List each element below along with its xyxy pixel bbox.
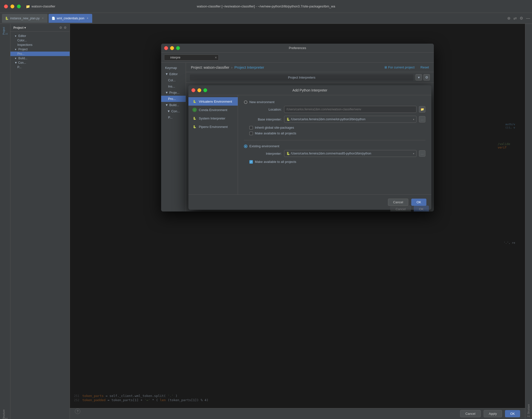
inherit-global-row[interactable]: Inherit global site-packages [249, 126, 425, 129]
tree-item-build[interactable]: ▼Build... [10, 56, 70, 60]
bottom-bar: ? Cancel Apply OK [70, 408, 525, 419]
type-conda[interactable]: ○ Conda Environment [188, 106, 238, 114]
globe-icon[interactable]: ⊕ [507, 16, 510, 21]
pref-sidebar-color[interactable]: Col... [161, 77, 186, 83]
location-input[interactable] [284, 106, 416, 113]
location-browse-btn[interactable]: 📁 [419, 106, 425, 113]
type-pipenv[interactable]: 🐍 Pipenv Environment [188, 122, 238, 131]
help-button[interactable]: ? [75, 409, 80, 414]
add-interp-container: Add Python Interpreter 🐍 [186, 83, 434, 211]
tree-item-editor[interactable]: ▼Editor [10, 34, 70, 38]
interpreter-settings-btn[interactable]: ⚙ [423, 74, 430, 81]
interpreter-dropdown-btn[interactable]: ▾ [415, 74, 422, 81]
radio-existing-env[interactable]: Existing environment [244, 144, 425, 148]
tree-item-proj-interpreter[interactable]: Pro... [10, 52, 70, 56]
editor-area: 251 token_parts = self._client.wml_token… [70, 24, 525, 419]
interpreter-dropdown[interactable]: 🐍 /Users/carlos.ferreira1ibm.com/ve/mas8… [284, 150, 416, 157]
search-clear-icon[interactable]: ✕ [215, 56, 217, 59]
location-row: Location: 📁 [249, 106, 425, 113]
add-interp-maximize[interactable] [203, 88, 207, 92]
interpreter-row-label: Interpreter: [249, 152, 282, 155]
traffic-lights [4, 4, 21, 8]
pref-maximize[interactable] [176, 46, 180, 50]
close-button[interactable] [4, 4, 8, 8]
pref-traffic-lights [164, 46, 180, 50]
make-available-row[interactable]: ✓ Make available to all projects [249, 160, 425, 164]
apply-btn[interactable]: Apply [484, 410, 502, 417]
tab-wml-credentials[interactable]: 📄 wml_credentials.json × [49, 14, 92, 23]
tree-item-project[interactable]: ▼Project [10, 47, 70, 52]
add-interp-titlebar: Add Python Interpreter [188, 85, 431, 95]
minus-icon[interactable]: — [526, 16, 530, 21]
interpreter-dropdown-arrow: ▾ [413, 152, 414, 155]
cancel-btn[interactable]: Cancel [460, 410, 480, 417]
section-divider [244, 140, 425, 140]
ok-btn[interactable]: OK [505, 410, 520, 417]
interpreter-browse-btn[interactable]: … [419, 150, 425, 157]
make-available-new-checkbox[interactable] [249, 132, 253, 135]
tree-item-p[interactable]: P... [10, 65, 70, 69]
pref-sidebar-con[interactable]: ▼Con... [161, 108, 186, 114]
add-interp-close[interactable] [191, 88, 195, 92]
pref-sidebar-project-group[interactable]: ▼Proje... [161, 90, 186, 96]
preferences-dialog: Preferences 🔍 ✕ Keymap [161, 44, 434, 211]
left-sidebar: 1: Project Z: Structure [0, 24, 10, 419]
make-available-checkbox[interactable]: ✓ [249, 160, 253, 164]
reset-button[interactable]: Reset [420, 65, 429, 69]
base-interp-browse-btn[interactable]: … [419, 116, 425, 122]
add-interp-body: 🐍 Virtualenv Environment ○ Conda Environ… [188, 95, 431, 194]
monitor-icon: 🖥 [384, 65, 387, 69]
pref-sidebar-build[interactable]: ▼Build... [161, 102, 186, 108]
minimize-button[interactable] [10, 4, 14, 8]
tab-close-icon[interactable]: × [41, 17, 45, 20]
gear-icon[interactable]: ⚙ [520, 16, 523, 21]
interp-config: New environment Location: 📁 [238, 95, 431, 194]
conda-icon: ○ [192, 108, 197, 112]
pref-minimize[interactable] [170, 46, 174, 50]
maximize-button[interactable] [17, 4, 21, 8]
add-interp-minimize[interactable] [197, 88, 201, 92]
split-icon[interactable]: ⇄ [513, 16, 517, 21]
inherit-global-checkbox[interactable] [249, 126, 253, 129]
radio-existing-env-input[interactable] [244, 145, 247, 148]
radio-new-env-input[interactable] [244, 100, 247, 104]
pref-titlebar: Preferences [161, 44, 434, 53]
tab-bar: 🐍 instance_new_plan.py × 📄 wml_credentia… [0, 13, 532, 24]
breadcrumb-project: Project: watson-classifier [191, 65, 229, 69]
pref-sidebar-keymap[interactable]: Keymap [161, 65, 186, 71]
tab-instance-new-plan[interactable]: 🐍 instance_new_plan.py × [2, 14, 48, 23]
settings-icon[interactable]: ⚙ [64, 26, 67, 30]
type-virtualenv[interactable]: 🐍 Virtualenv Environment [188, 97, 238, 106]
make-available-new-row[interactable]: Make available to all projects [249, 131, 425, 135]
project-tree: ▼Editor Color... Inspections ▼Project Pr… [10, 32, 70, 71]
tree-item-con[interactable]: ▼ Con... [10, 60, 70, 65]
toolbar-icons: ⊕ ⇄ ⚙ — [507, 16, 530, 21]
tree-item-inspections[interactable]: Inspections [10, 43, 70, 47]
pref-close[interactable] [164, 46, 168, 50]
type-system[interactable]: 🐍 System Interpreter [188, 114, 238, 122]
for-current-project: 🖥 For current project [384, 65, 414, 69]
sidebar-item-structure[interactable]: Z: Structure [1, 410, 10, 419]
sync-icon[interactable]: ⚙ [59, 26, 62, 30]
pref-bg-actions: Cancel OK [186, 204, 434, 211]
pref-bg-ok-btn[interactable]: OK [414, 206, 429, 211]
project-panel: Project ▾ ⚙ ⚙ ▼Editor Color... Inspectio… [10, 24, 70, 419]
radio-dot [245, 146, 246, 147]
radio-new-env[interactable]: New environment [244, 100, 425, 104]
folder-icon: 📁 [26, 4, 30, 8]
virtualenv-icon: 🐍 [192, 99, 197, 104]
pref-bg-cancel-btn[interactable]: Cancel [390, 206, 411, 211]
pref-sidebar-editor[interactable]: ▼Editor [161, 71, 186, 77]
interpreter-row: Interpreter: 🐍 /Users/carlos.ferreira1ib… [249, 150, 425, 157]
pref-sidebar-inspections[interactable]: Ins... [161, 83, 186, 90]
window-title: watson-classifier [~/ws/watson-classifie… [197, 4, 335, 8]
pref-sidebar-project-interpreter[interactable]: Pro... [161, 96, 186, 102]
base-interpreter-dropdown[interactable]: 🐍 /Users/carlos.ferreira1ibm.com/ve/iot-… [284, 116, 416, 123]
project-label: 📁 watson-classifier [26, 4, 55, 8]
sidebar-item-project[interactable]: 1: Project [1, 26, 10, 35]
interpreter-header-controls: ▾ ⚙ [415, 74, 430, 81]
tree-item-color[interactable]: Color... [10, 38, 70, 43]
tab-close-icon-2[interactable]: × [86, 17, 89, 20]
pref-sidebar-p[interactable]: P... [161, 114, 186, 120]
pref-search-input[interactable] [164, 55, 219, 60]
